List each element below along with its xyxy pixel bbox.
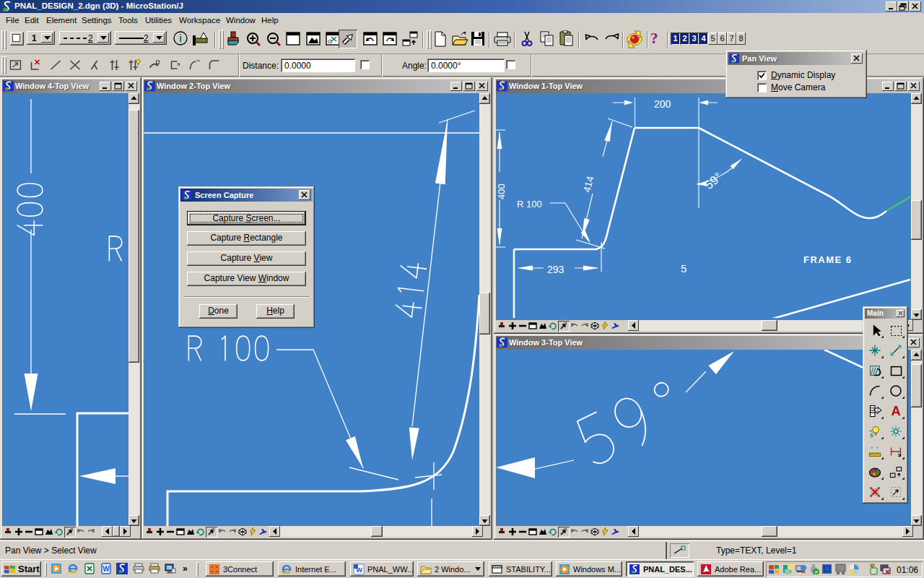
svg-text:R 100: R 100 [517,199,542,210]
svg-text:200: 200 [654,98,671,110]
svg-text:5: 5 [681,262,687,275]
svg-text:W: W [103,565,110,573]
svg-text:i: i [179,33,182,44]
svg-text:400: 400 [496,184,507,199]
svg-text:G: G [328,38,332,45]
svg-text:414: 414 [581,175,596,194]
svg-text:293: 293 [547,264,565,275]
svg-text:59°: 59° [702,170,725,192]
svg-text:W: W [356,566,362,574]
svg-text:A: A [891,403,900,418]
svg-text:1: 1 [876,407,879,413]
svg-text:FRAME 6: FRAME 6 [803,254,853,265]
